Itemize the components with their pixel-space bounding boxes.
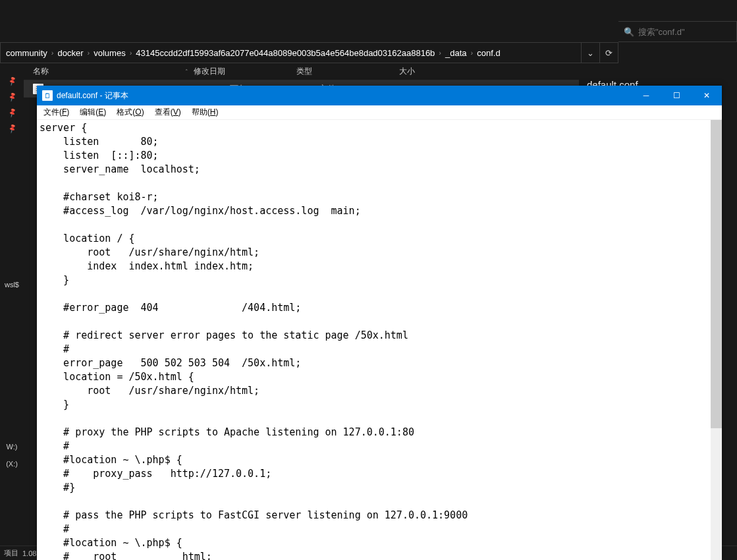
notepad-textarea[interactable]: server { listen 80; listen [::]:80; serv…: [37, 120, 711, 560]
status-items-label: 项目: [4, 548, 18, 558]
column-header-size[interactable]: 大小: [375, 66, 415, 77]
nav-item-drive-x[interactable]: (X:): [6, 460, 18, 468]
maximize-button[interactable]: ☐: [661, 86, 692, 105]
address-bar[interactable]: community›docker›volumes›43145ccdd2df159…: [0, 42, 618, 63]
search-box[interactable]: 🔍: [618, 21, 737, 42]
close-button[interactable]: ✕: [692, 86, 722, 105]
menu-view[interactable]: 查看(V): [151, 105, 185, 119]
menu-help[interactable]: 帮助(H): [188, 105, 223, 119]
column-header-date[interactable]: 修改日期: [194, 66, 296, 77]
chevron-right-icon: ›: [51, 49, 54, 57]
pin-icon[interactable]: 📌: [5, 90, 18, 103]
breadcrumb-item[interactable]: conf.d: [477, 48, 500, 58]
pin-icon[interactable]: 📌: [5, 106, 18, 119]
chevron-right-icon: ›: [130, 49, 132, 57]
notepad-title-text: default.conf - 记事本: [57, 90, 631, 101]
breadcrumb-item[interactable]: volumes: [94, 48, 125, 58]
column-header-name[interactable]: 名称 ˄: [33, 66, 194, 77]
pin-icon[interactable]: 📌: [5, 122, 18, 134]
breadcrumb-item[interactable]: 43145ccdd2df15993af6a2077e044a8089e003b5…: [136, 48, 435, 58]
notepad-menubar: 文件(F) 编辑(E) 格式(O) 查看(V) 帮助(H): [37, 105, 722, 120]
breadcrumb-item[interactable]: _data: [445, 48, 467, 58]
notepad-icon: 🗒: [42, 90, 53, 101]
minimize-button[interactable]: ─: [631, 86, 661, 105]
pin-icon[interactable]: 📌: [5, 74, 18, 87]
status-items-value: 1.08: [22, 549, 36, 557]
sort-indicator-icon: ˄: [185, 69, 188, 75]
column-headers: 名称 ˄ 修改日期 类型 大小: [24, 63, 579, 80]
refresh-button[interactable]: ⟳: [599, 43, 618, 63]
search-icon: 🔍: [624, 27, 634, 37]
scrollbar-thumb[interactable]: [711, 120, 722, 428]
chevron-right-icon: ›: [88, 49, 90, 57]
breadcrumb-item[interactable]: community: [6, 48, 47, 58]
menu-file[interactable]: 文件(F): [40, 105, 73, 119]
explorer-header: community›docker›volumes›43145ccdd2df159…: [0, 21, 737, 63]
notepad-body: server { listen 80; listen [::]:80; serv…: [37, 120, 722, 560]
nav-item-wsl[interactable]: wsl$: [5, 281, 19, 289]
chevron-right-icon: ›: [439, 49, 441, 57]
notepad-window: 🗒 default.conf - 记事本 ─ ☐ ✕ 文件(F) 编辑(E) 格…: [37, 86, 722, 560]
column-header-type[interactable]: 类型: [296, 66, 375, 77]
nav-item-drive-w[interactable]: W:): [7, 443, 18, 451]
chevron-right-icon: ›: [471, 49, 474, 57]
left-rail: 📌 📌 📌 📌 wsl$ W:) (X:): [0, 63, 24, 560]
breadcrumb-item[interactable]: docker: [58, 48, 84, 58]
history-dropdown-button[interactable]: ⌄: [581, 43, 599, 63]
menu-edit[interactable]: 编辑(E): [76, 105, 110, 119]
scrollbar-vertical[interactable]: [711, 120, 722, 560]
breadcrumb: community›docker›volumes›43145ccdd2df159…: [1, 48, 581, 58]
menu-format[interactable]: 格式(O): [113, 105, 148, 119]
search-input[interactable]: [638, 27, 737, 37]
notepad-titlebar[interactable]: 🗒 default.conf - 记事本 ─ ☐ ✕: [37, 86, 722, 105]
column-name-label: 名称: [33, 66, 49, 77]
